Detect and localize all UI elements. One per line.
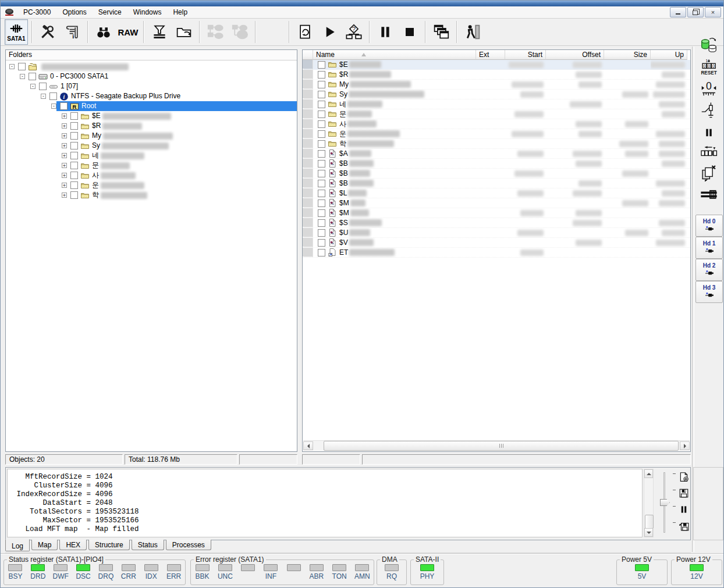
column-header-offset[interactable]: Offset (546, 50, 604, 60)
tree-item-my[interactable]: +My (6, 131, 297, 141)
row-selector-cell[interactable] (303, 248, 313, 257)
tools-button[interactable] (36, 19, 59, 45)
log-scrollbar[interactable] (644, 469, 654, 537)
row-selector-cell[interactable] (303, 80, 313, 89)
menu-options[interactable]: Options (56, 7, 92, 18)
exit-button[interactable] (461, 19, 484, 45)
close-button[interactable]: × (705, 7, 721, 17)
tree-checkbox[interactable] (49, 92, 57, 100)
expand-icon[interactable]: + (62, 153, 67, 158)
column-header-size[interactable]: Size (604, 50, 651, 60)
row-selector-cell[interactable] (303, 60, 313, 69)
row-checkbox[interactable] (318, 120, 325, 128)
file-row-$l[interactable]: $L (303, 188, 690, 198)
tree-checkbox[interactable] (70, 191, 78, 199)
collapse-icon[interactable]: - (30, 84, 36, 89)
row-checkbox[interactable] (318, 101, 325, 108)
run-button[interactable] (318, 19, 341, 45)
row-checkbox[interactable] (318, 219, 325, 227)
row-checkbox[interactable] (318, 71, 325, 79)
file-row-$b[interactable]: $B (303, 179, 690, 188)
collapse-icon[interactable]: - (51, 104, 56, 109)
hd3-button[interactable]: Hd 3 (695, 281, 723, 303)
file-row-$u[interactable]: $U (303, 228, 690, 238)
tree-item-$e[interactable]: +$E (6, 111, 297, 121)
slider-thumb[interactable] (660, 499, 670, 506)
tree-item-0pc3000sata1[interactable]: -0 - PC3000 SATA1 (6, 72, 297, 81)
collapse-icon[interactable]: - (41, 94, 46, 99)
tree-item[interactable]: - (6, 62, 297, 72)
pause-drive-button[interactable] (696, 122, 722, 144)
row-selector-cell[interactable] (303, 179, 313, 188)
tree-checkbox[interactable] (70, 132, 78, 140)
row-selector-cell[interactable] (303, 149, 313, 158)
expand-icon[interactable]: + (62, 173, 67, 178)
file-row-$b[interactable]: $B (303, 159, 690, 169)
row-selector-cell[interactable] (303, 198, 313, 208)
tree-item-107[interactable]: -1 [07] (6, 81, 297, 91)
tree-item-[interactable]: +학 (6, 190, 297, 200)
file-row-$m[interactable]: $M (303, 208, 690, 218)
row-selector-cell[interactable] (303, 159, 313, 168)
menu-help[interactable]: Help (167, 7, 193, 18)
counter-button[interactable] (696, 141, 722, 163)
tree-item-$r[interactable]: +$R (6, 121, 297, 131)
row-selector-cell[interactable] (303, 188, 313, 198)
tree-item-sy[interactable]: +Sy (6, 141, 297, 151)
collapse-icon[interactable]: - (20, 74, 25, 79)
hd2-button[interactable]: Hd 2 (695, 259, 723, 281)
search-button[interactable] (92, 19, 115, 45)
expand-icon[interactable]: + (62, 113, 67, 119)
reset-button[interactable]: 1000RESET (696, 56, 722, 79)
log-pause-button[interactable] (676, 503, 691, 516)
row-selector-cell[interactable] (303, 218, 313, 227)
scroll-down-button[interactable] (644, 528, 653, 537)
expand-icon[interactable]: + (62, 183, 67, 188)
row-checkbox[interactable] (318, 81, 325, 88)
row-checkbox[interactable] (318, 209, 325, 217)
row-checkbox[interactable] (318, 160, 325, 168)
log-zoom-slider[interactable] (658, 471, 672, 535)
row-checkbox[interactable] (318, 249, 325, 256)
menu-pc-3000[interactable]: PC-3000 (17, 7, 56, 18)
restore-button[interactable] (687, 7, 704, 17)
folder-export-button[interactable] (172, 19, 196, 45)
row-checkbox[interactable] (318, 170, 325, 177)
file-row-[interactable]: 네 (303, 99, 690, 109)
tree-checkbox[interactable] (18, 63, 26, 70)
row-selector-cell[interactable] (303, 99, 313, 109)
row-checkbox[interactable] (318, 61, 325, 69)
minimize-button[interactable] (670, 7, 686, 17)
row-checkbox[interactable] (318, 199, 325, 207)
row-selector-cell[interactable] (303, 169, 313, 178)
tree-item-[interactable]: +문 (6, 161, 297, 170)
tab-structure[interactable]: Structure (88, 540, 130, 550)
tree-item-[interactable]: +운 (6, 180, 297, 190)
row-checkbox[interactable] (318, 190, 325, 197)
row-checkbox[interactable] (318, 140, 325, 148)
file-row-$a[interactable]: $A (303, 149, 690, 159)
row-selector-cell[interactable] (303, 129, 313, 138)
filter-button[interactable] (148, 19, 171, 45)
tree-checkbox[interactable] (60, 102, 68, 110)
tab-hex[interactable]: HEX (59, 540, 87, 550)
menu-service[interactable]: Service (93, 7, 127, 18)
row-selector-cell[interactable] (303, 139, 313, 148)
sata1-port-button[interactable]: SATA1 (5, 19, 28, 45)
tree-item-root[interactable]: -RRoot (6, 101, 297, 111)
tree-checkbox[interactable] (70, 142, 78, 149)
file-row-$v[interactable]: $V (303, 238, 690, 248)
row-selector-cell[interactable] (303, 228, 313, 237)
row-selector-cell[interactable] (303, 70, 313, 79)
row-checkbox[interactable] (318, 239, 325, 247)
column-header-start[interactable]: Start (505, 50, 546, 60)
tree-item-[interactable]: +사 (6, 170, 297, 180)
horizontal-scrollbar[interactable] (303, 440, 690, 451)
tab-processes[interactable]: Processes (166, 540, 211, 550)
file-row-[interactable]: 운 (303, 129, 690, 139)
file-row-$b[interactable]: $B (303, 169, 690, 179)
tab-status[interactable]: Status (132, 540, 164, 550)
log-new-button[interactable] (676, 470, 691, 484)
hd1-button[interactable]: Hd 1 (695, 237, 723, 259)
row-checkbox[interactable] (318, 150, 325, 158)
